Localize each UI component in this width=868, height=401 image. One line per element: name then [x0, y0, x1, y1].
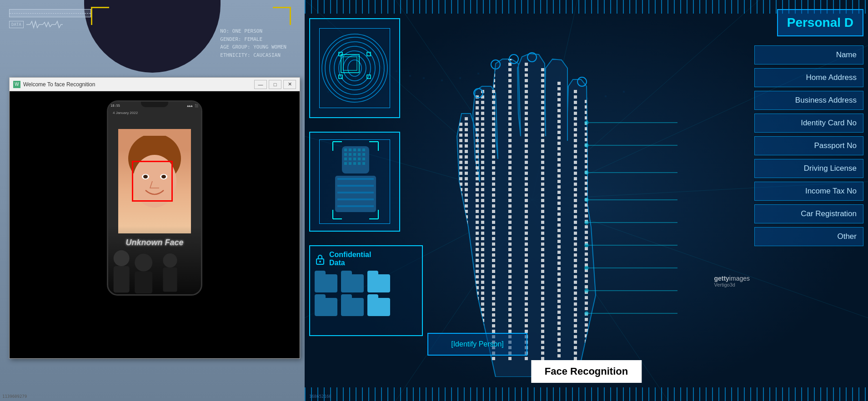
svg-rect-157: [465, 237, 468, 240]
svg-rect-596: [574, 346, 577, 349]
svg-rect-285: [492, 101, 495, 104]
fingerprint-area: [309, 18, 400, 118]
svg-rect-345: [508, 123, 512, 126]
svg-rect-373: [508, 275, 512, 278]
svg-rect-111: [459, 232, 462, 235]
svg-rect-163: [465, 270, 468, 273]
svg-rect-434: [525, 308, 528, 311]
svg-rect-537: [557, 294, 561, 297]
svg-point-663: [585, 289, 588, 292]
svg-rect-120: [459, 281, 462, 284]
field-name: Name: [754, 45, 863, 64]
svg-rect-593: [574, 330, 577, 333]
svg-rect-150: [465, 199, 468, 202]
svg-rect-96: [459, 150, 462, 153]
svg-rect-599: [585, 100, 588, 103]
svg-rect-509: [557, 142, 561, 145]
svg-rect-520: [557, 202, 561, 205]
svg-rect-170: [465, 308, 468, 311]
svg-rect-501: [557, 98, 561, 101]
svg-rect-239: [481, 150, 484, 153]
svg-rect-581: [574, 264, 577, 267]
svg-rect-393: [525, 84, 528, 88]
svg-rect-322: [492, 302, 495, 306]
svg-rect-353: [508, 166, 512, 169]
svg-rect-494: [541, 341, 544, 344]
svg-rect-456: [541, 134, 544, 137]
svg-rect-110: [459, 226, 462, 229]
svg-rect-516: [557, 180, 561, 183]
svg-rect-172: [465, 319, 468, 322]
svg-rect-146: [465, 177, 468, 180]
svg-rect-116: [459, 259, 462, 262]
svg-rect-450: [541, 101, 544, 104]
svg-rect-213: [476, 281, 479, 284]
svg-rect-235: [481, 128, 484, 131]
svg-rect-336: [508, 74, 512, 77]
svg-rect-339: [508, 90, 512, 93]
svg-rect-565: [574, 177, 577, 180]
svg-rect-148: [465, 188, 468, 191]
svg-rect-139: [465, 139, 468, 142]
svg-rect-569: [574, 199, 577, 202]
svg-rect-142: [465, 155, 468, 158]
svg-rect-412: [525, 188, 528, 191]
svg-rect-490: [541, 319, 544, 322]
field-car-registration: Car Registration: [754, 204, 863, 223]
svg-rect-591: [574, 319, 577, 322]
svg-rect-402: [525, 134, 528, 137]
svg-rect-489: [541, 313, 544, 317]
svg-rect-543: [557, 327, 561, 330]
svg-rect-335: [508, 68, 512, 71]
svg-rect-627: [585, 252, 588, 256]
svg-rect-529: [557, 251, 561, 254]
svg-rect-374: [508, 281, 512, 284]
svg-rect-506: [557, 125, 561, 129]
svg-rect-518: [557, 191, 561, 194]
svg-rect-457: [541, 139, 544, 142]
svg-rect-352: [508, 161, 512, 164]
svg-rect-365: [508, 232, 512, 235]
svg-rect-141: [465, 150, 468, 153]
close-button[interactable]: ✕: [283, 80, 296, 89]
svg-rect-149: [465, 193, 468, 197]
svg-rect-416: [525, 210, 528, 213]
svg-rect-97: [459, 155, 462, 158]
svg-rect-268: [481, 308, 484, 311]
maximize-button[interactable]: □: [269, 80, 281, 89]
svg-rect-584: [574, 281, 577, 284]
svg-rect-368: [508, 248, 512, 251]
svg-rect-242: [481, 166, 484, 169]
svg-rect-372: [508, 270, 512, 273]
svg-rect-476: [541, 243, 544, 246]
svg-rect-122: [459, 292, 462, 295]
svg-rect-615: [585, 187, 588, 190]
svg-rect-398: [525, 112, 528, 115]
svg-rect-588: [574, 302, 577, 306]
svg-rect-530: [557, 256, 561, 259]
svg-rect-342: [508, 106, 512, 109]
svg-rect-220: [476, 319, 479, 322]
svg-rect-585: [574, 286, 577, 289]
detection-no: NO: ONE PERSON: [220, 27, 286, 35]
identify-person-button[interactable]: [Identify Person]: [427, 333, 527, 356]
svg-rect-447: [541, 84, 544, 88]
svg-rect-320: [492, 292, 495, 295]
svg-rect-332: [492, 357, 495, 360]
svg-rect-519: [557, 196, 561, 199]
svg-rect-381: [508, 319, 512, 322]
svg-rect-370: [508, 259, 512, 262]
svg-rect-499: [557, 87, 561, 90]
svg-rect-323: [492, 308, 495, 311]
svg-rect-445: [541, 74, 544, 77]
svg-rect-496: [541, 351, 544, 355]
svg-rect-302: [492, 193, 495, 197]
svg-rect-624: [585, 236, 588, 239]
svg-rect-349: [508, 144, 512, 148]
minimize-button[interactable]: —: [254, 80, 267, 89]
svg-rect-325: [492, 319, 495, 322]
svg-rect-294: [492, 150, 495, 153]
svg-rect-147: [465, 183, 468, 186]
hud-top-left: DATA: [9, 9, 91, 29]
svg-rect-582: [574, 270, 577, 273]
